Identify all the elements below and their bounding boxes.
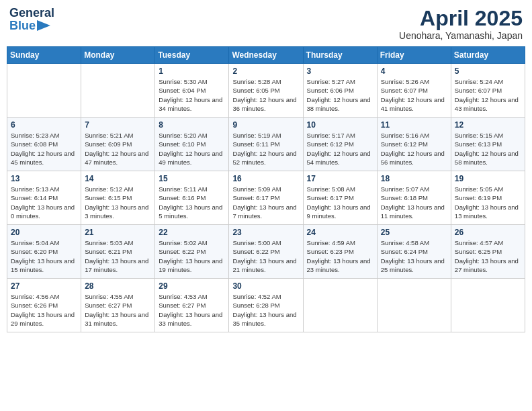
calendar-cell: 12Sunrise: 5:15 AMSunset: 6:13 PMDayligh…: [451, 118, 525, 171]
location-title: Uenohara, Yamanashi, Japan: [399, 30, 523, 41]
calendar-cell: 20Sunrise: 5:04 AMSunset: 6:20 PMDayligh…: [7, 225, 81, 279]
day-number: 30: [232, 281, 299, 291]
calendar-week-row: 13Sunrise: 5:13 AMSunset: 6:14 PMDayligh…: [7, 171, 525, 225]
month-title: April 2025: [399, 7, 523, 30]
day-info: Sunrise: 5:12 AMSunset: 6:15 PMDaylight:…: [85, 185, 151, 220]
day-number: 3: [307, 66, 373, 76]
day-number: 14: [85, 174, 151, 183]
calendar-cell: [377, 279, 451, 332]
calendar-cell: 17Sunrise: 5:08 AMSunset: 6:17 PMDayligh…: [303, 171, 377, 225]
weekday-header: Thursday: [303, 47, 377, 64]
day-info: Sunrise: 5:02 AMSunset: 6:22 PMDaylight:…: [159, 238, 225, 274]
day-number: 24: [307, 228, 373, 237]
calendar-cell: 10Sunrise: 5:17 AMSunset: 6:12 PMDayligh…: [303, 118, 377, 171]
day-number: 27: [11, 281, 77, 291]
day-number: 7: [85, 120, 151, 130]
day-info: Sunrise: 4:52 AMSunset: 6:28 PMDaylight:…: [232, 292, 299, 328]
calendar-cell: [81, 64, 155, 118]
day-info: Sunrise: 5:08 AMSunset: 6:17 PMDaylight:…: [307, 185, 373, 220]
day-info: Sunrise: 4:58 AMSunset: 6:24 PMDaylight:…: [381, 238, 447, 274]
calendar-cell: 21Sunrise: 5:03 AMSunset: 6:21 PMDayligh…: [81, 225, 155, 279]
calendar-cell: [7, 64, 81, 118]
weekday-header-row: SundayMondayTuesdayWednesdayThursdayFrid…: [7, 47, 525, 64]
calendar-cell: 22Sunrise: 5:02 AMSunset: 6:22 PMDayligh…: [155, 225, 229, 279]
day-number: 11: [381, 120, 447, 130]
day-info: Sunrise: 4:53 AMSunset: 6:27 PMDaylight:…: [159, 292, 225, 328]
day-info: Sunrise: 5:11 AMSunset: 6:16 PMDaylight:…: [159, 185, 225, 220]
day-number: 20: [11, 228, 77, 237]
calendar-cell: 23Sunrise: 5:00 AMSunset: 6:22 PMDayligh…: [229, 225, 303, 279]
day-info: Sunrise: 5:16 AMSunset: 6:12 PMDaylight:…: [381, 131, 447, 167]
calendar-cell: 16Sunrise: 5:09 AMSunset: 6:17 PMDayligh…: [229, 171, 303, 225]
calendar-cell: 24Sunrise: 4:59 AMSunset: 6:23 PMDayligh…: [303, 225, 377, 279]
day-info: Sunrise: 5:30 AMSunset: 6:04 PMDaylight:…: [159, 77, 225, 113]
calendar-cell: 5Sunrise: 5:24 AMSunset: 6:07 PMDaylight…: [451, 64, 525, 118]
day-info: Sunrise: 4:59 AMSunset: 6:23 PMDaylight:…: [307, 238, 373, 274]
calendar-cell: 6Sunrise: 5:23 AMSunset: 6:08 PMDaylight…: [7, 118, 81, 171]
weekday-header: Saturday: [451, 47, 525, 64]
day-number: 10: [307, 120, 373, 130]
day-info: Sunrise: 4:55 AMSunset: 6:27 PMDaylight:…: [85, 292, 151, 328]
day-info: Sunrise: 5:03 AMSunset: 6:21 PMDaylight:…: [85, 238, 151, 274]
day-number: 13: [11, 174, 77, 183]
logo-general-text: General: [9, 7, 54, 19]
day-number: 21: [85, 228, 151, 237]
calendar-cell: 27Sunrise: 4:56 AMSunset: 6:26 PMDayligh…: [7, 279, 81, 332]
calendar-cell: 25Sunrise: 4:58 AMSunset: 6:24 PMDayligh…: [377, 225, 451, 279]
day-info: Sunrise: 5:04 AMSunset: 6:20 PMDaylight:…: [11, 238, 77, 274]
day-number: 22: [159, 228, 225, 237]
calendar-cell: 29Sunrise: 4:53 AMSunset: 6:27 PMDayligh…: [155, 279, 229, 332]
day-info: Sunrise: 5:17 AMSunset: 6:12 PMDaylight:…: [307, 131, 373, 167]
logo-blue-text: Blue: [9, 19, 53, 33]
weekday-header: Sunday: [7, 47, 81, 64]
day-number: 2: [232, 66, 299, 76]
day-info: Sunrise: 5:20 AMSunset: 6:10 PMDaylight:…: [159, 131, 225, 167]
calendar-cell: 2Sunrise: 5:28 AMSunset: 6:05 PMDaylight…: [229, 64, 303, 118]
calendar-cell: 14Sunrise: 5:12 AMSunset: 6:15 PMDayligh…: [81, 171, 155, 225]
page-header: General Blue April 2025 Uenohara, Yamana…: [7, 7, 525, 41]
day-number: 1: [159, 66, 225, 76]
day-info: Sunrise: 5:21 AMSunset: 6:09 PMDaylight:…: [85, 131, 151, 167]
day-number: 26: [455, 228, 521, 237]
day-number: 16: [232, 174, 299, 183]
calendar-cell: 1Sunrise: 5:30 AMSunset: 6:04 PMDaylight…: [155, 64, 229, 118]
day-info: Sunrise: 5:15 AMSunset: 6:13 PMDaylight:…: [455, 131, 521, 167]
day-number: 23: [232, 228, 299, 237]
calendar-cell: 13Sunrise: 5:13 AMSunset: 6:14 PMDayligh…: [7, 171, 81, 225]
calendar-cell: 9Sunrise: 5:19 AMSunset: 6:11 PMDaylight…: [229, 118, 303, 171]
day-number: 8: [159, 120, 225, 130]
day-number: 29: [159, 281, 225, 291]
calendar-table: SundayMondayTuesdayWednesdayThursdayFrid…: [7, 46, 525, 332]
svg-marker-0: [37, 20, 50, 31]
weekday-header: Monday: [81, 47, 155, 64]
day-number: 17: [307, 174, 373, 183]
day-info: Sunrise: 5:05 AMSunset: 6:19 PMDaylight:…: [455, 185, 521, 220]
day-number: 19: [455, 174, 521, 183]
calendar-week-row: 6Sunrise: 5:23 AMSunset: 6:08 PMDaylight…: [7, 118, 525, 171]
title-block: April 2025 Uenohara, Yamanashi, Japan: [399, 7, 523, 41]
day-number: 12: [455, 120, 521, 130]
calendar-week-row: 1Sunrise: 5:30 AMSunset: 6:04 PMDaylight…: [7, 64, 525, 118]
day-info: Sunrise: 5:24 AMSunset: 6:07 PMDaylight:…: [455, 77, 521, 113]
day-info: Sunrise: 5:23 AMSunset: 6:08 PMDaylight:…: [11, 131, 77, 167]
day-number: 15: [159, 174, 225, 183]
calendar-cell: 30Sunrise: 4:52 AMSunset: 6:28 PMDayligh…: [229, 279, 303, 332]
calendar-cell: 18Sunrise: 5:07 AMSunset: 6:18 PMDayligh…: [377, 171, 451, 225]
calendar-week-row: 20Sunrise: 5:04 AMSunset: 6:20 PMDayligh…: [7, 225, 525, 279]
weekday-header: Tuesday: [155, 47, 229, 64]
calendar-cell: 7Sunrise: 5:21 AMSunset: 6:09 PMDaylight…: [81, 118, 155, 171]
calendar-cell: 28Sunrise: 4:55 AMSunset: 6:27 PMDayligh…: [81, 279, 155, 332]
day-info: Sunrise: 4:57 AMSunset: 6:25 PMDaylight:…: [455, 238, 521, 274]
day-info: Sunrise: 5:00 AMSunset: 6:22 PMDaylight:…: [232, 238, 299, 274]
day-number: 5: [455, 66, 521, 76]
day-number: 6: [11, 120, 77, 130]
calendar-week-row: 27Sunrise: 4:56 AMSunset: 6:26 PMDayligh…: [7, 279, 525, 332]
calendar-cell: [451, 279, 525, 332]
calendar-cell: 19Sunrise: 5:05 AMSunset: 6:19 PMDayligh…: [451, 171, 525, 225]
weekday-header: Friday: [377, 47, 451, 64]
calendar-cell: 4Sunrise: 5:26 AMSunset: 6:07 PMDaylight…: [377, 64, 451, 118]
day-number: 28: [85, 281, 151, 291]
day-info: Sunrise: 5:28 AMSunset: 6:05 PMDaylight:…: [232, 77, 299, 113]
calendar-cell: 3Sunrise: 5:27 AMSunset: 6:06 PMDaylight…: [303, 64, 377, 118]
calendar-cell: [303, 279, 377, 332]
